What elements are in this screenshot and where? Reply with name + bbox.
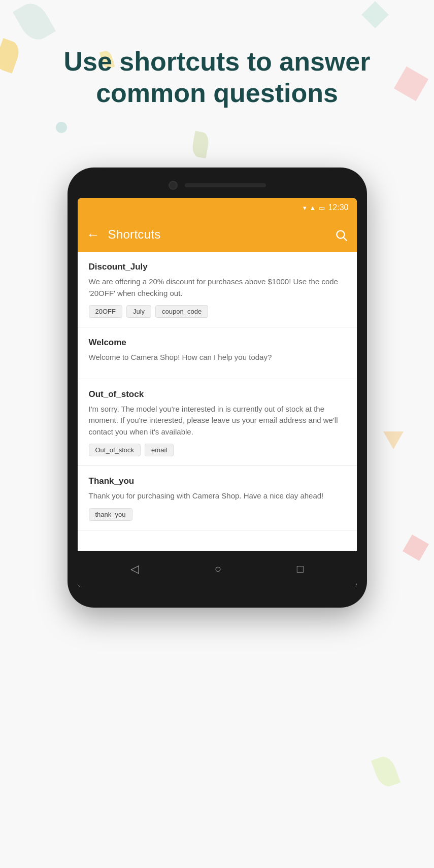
shortcut-item-discount-july[interactable]: Discount_July We are offering a 20% disc…	[78, 252, 357, 327]
shortcut-desc-thank-you: Thank you for purchasing with Camera Sho…	[89, 490, 346, 502]
wifi-icon: ▾	[303, 204, 307, 212]
status-icons: ▾ ▲ ▭ 12:30	[303, 203, 349, 212]
status-time: 12:30	[328, 203, 348, 212]
nav-back-button[interactable]: ◁	[130, 562, 139, 576]
svg-line-1	[343, 238, 346, 241]
phone-outer-frame: ▾ ▲ ▭ 12:30 ← Shortcuts	[68, 168, 367, 608]
tag-thank-you: thank_you	[89, 508, 132, 521]
battery-icon: ▭	[319, 204, 325, 212]
shortcut-tags-discount-july: 20OFF July coupon_code	[89, 305, 346, 318]
shortcut-tags-out-of-stock: Out_of_stock email	[89, 444, 346, 456]
shortcut-title-discount-july: Discount_July	[89, 262, 346, 272]
shortcut-desc-welcome: Welcome to Camera Shop! How can I help y…	[89, 352, 346, 363]
shortcut-title-out-of-stock: Out_of_stock	[89, 389, 346, 399]
phone-nav-bar: ◁ ○ □	[78, 551, 357, 587]
phone-bottom-bar	[78, 587, 357, 597]
page-title: Use shortcuts to answer common questions	[30, 46, 404, 109]
shortcuts-list: Discount_July We are offering a 20% disc…	[78, 252, 357, 551]
back-button[interactable]: ←	[87, 228, 100, 241]
phone-speaker	[185, 183, 266, 187]
shortcut-item-thank-you[interactable]: Thank_you Thank you for purchasing with …	[78, 466, 357, 530]
page-header: Use shortcuts to answer common questions	[0, 46, 434, 109]
shortcut-item-out-of-stock[interactable]: Out_of_stock I'm sorry. The model you're…	[78, 379, 357, 466]
phone-top-bar	[78, 178, 357, 193]
nav-recent-button[interactable]: □	[297, 562, 304, 576]
tag-20off: 20OFF	[89, 305, 122, 318]
tag-coupon-code: coupon_code	[155, 305, 208, 318]
search-button[interactable]	[335, 227, 348, 242]
tag-out-of-stock: Out_of_stock	[89, 444, 141, 456]
shortcut-item-welcome[interactable]: Welcome Welcome to Camera Shop! How can …	[78, 327, 357, 379]
shortcut-tags-thank-you: thank_you	[89, 508, 346, 521]
status-bar: ▾ ▲ ▭ 12:30	[78, 198, 357, 217]
phone-camera	[169, 181, 178, 190]
shortcut-title-welcome: Welcome	[89, 338, 346, 348]
shortcut-desc-out-of-stock: I'm sorry. The model you're interested i…	[89, 404, 346, 438]
shortcut-title-thank-you: Thank_you	[89, 476, 346, 486]
signal-icon: ▲	[310, 204, 316, 212]
app-bar-title: Shortcuts	[108, 227, 326, 242]
phone-device: ▾ ▲ ▭ 12:30 ← Shortcuts	[68, 168, 367, 608]
shortcut-desc-discount-july: We are offering a 20% discount for purch…	[89, 276, 346, 299]
tag-email: email	[145, 444, 174, 456]
phone-screen: ▾ ▲ ▭ 12:30 ← Shortcuts	[78, 198, 357, 587]
tag-july: July	[126, 305, 151, 318]
nav-home-button[interactable]: ○	[215, 562, 221, 576]
app-bar: ← Shortcuts	[78, 217, 357, 252]
